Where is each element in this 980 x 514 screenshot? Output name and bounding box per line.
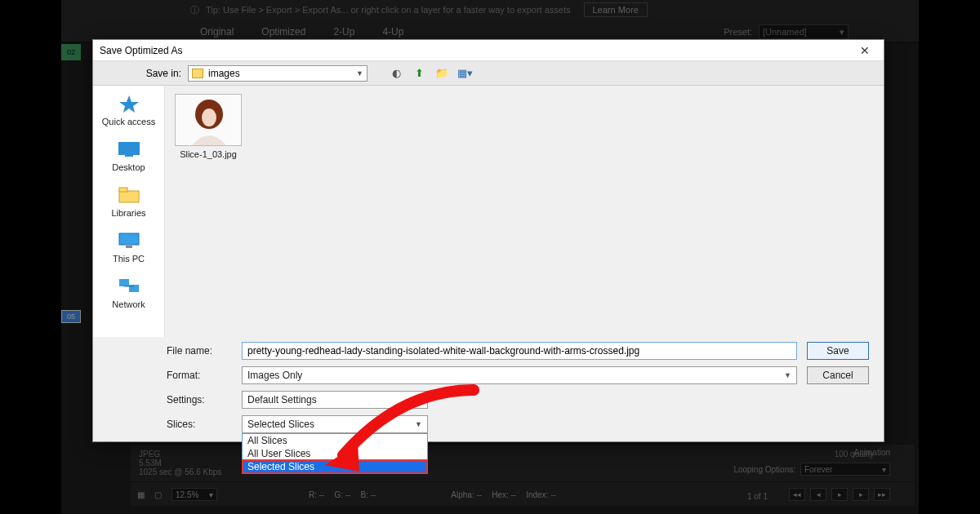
settings-label: Settings: xyxy=(167,394,232,405)
hand-icon[interactable]: ▢ xyxy=(154,490,162,499)
slices-value: Selected Slices xyxy=(247,419,314,430)
tab-2up[interactable]: 2-Up xyxy=(325,23,363,41)
slices-option-selected[interactable]: Selected Slices xyxy=(243,460,427,473)
sidebar-network[interactable]: Network xyxy=(93,273,164,311)
chevron-down-icon: ▾ xyxy=(882,465,886,474)
tab-original[interactable]: Original xyxy=(192,23,242,41)
thumbnail-image xyxy=(175,94,242,146)
svg-marker-0 xyxy=(119,95,139,113)
sidebar-desktop[interactable]: Desktop xyxy=(93,136,164,174)
status-format: JPEG xyxy=(139,450,221,459)
format-dropdown[interactable]: Images Only▼ xyxy=(242,366,797,384)
first-frame-button[interactable]: ◂◂ xyxy=(789,488,805,501)
dialog-titlebar[interactable]: Save Optimized As ✕ xyxy=(93,40,884,61)
zoom-value: 12.5% xyxy=(176,490,198,499)
slices-dropdown[interactable]: Selected Slices▼ xyxy=(242,415,428,433)
slices-label: Slices: xyxy=(167,419,232,430)
status-b: B: -- xyxy=(360,490,376,499)
sidebar-item-label: Desktop xyxy=(112,162,145,172)
status-g: G: -- xyxy=(334,490,350,499)
svg-rect-3 xyxy=(119,191,139,202)
status-time: 1025 sec @ 56.6 Kbps xyxy=(139,467,221,476)
learn-more-button[interactable]: Learn More xyxy=(584,2,648,17)
status-alpha: Alpha: -- xyxy=(451,490,482,499)
sidebar-quick-access[interactable]: Quick access xyxy=(93,91,164,128)
thumbnail-caption: Slice-1_03.jpg xyxy=(180,149,237,159)
svg-rect-2 xyxy=(125,155,133,157)
sidebar-item-label: Quick access xyxy=(102,117,155,126)
status-hex: Hex: -- xyxy=(492,490,516,499)
svg-rect-8 xyxy=(129,285,139,292)
preset-dropdown[interactable]: [Unnamed] ▾ xyxy=(759,24,849,39)
svg-rect-4 xyxy=(119,188,127,192)
photoshop-topbar: ⓘ Tip: Use File > Export > Export As... … xyxy=(61,0,919,42)
zoom-dropdown[interactable]: 12.5%▾ xyxy=(172,488,217,501)
status-index: Index: -- xyxy=(526,490,556,499)
quick-access-icon xyxy=(115,92,143,115)
new-folder-icon[interactable]: 📁 xyxy=(434,66,449,81)
svg-point-12 xyxy=(202,109,216,126)
close-button[interactable]: ✕ xyxy=(853,42,877,59)
format-label: Format: xyxy=(167,370,232,381)
chevron-down-icon: ▼ xyxy=(415,396,422,404)
file-browser-pane[interactable]: Slice-1_03.jpg xyxy=(165,86,884,337)
network-icon xyxy=(115,275,143,298)
format-value: Images Only xyxy=(247,370,302,381)
chevron-down-icon: ▼ xyxy=(356,69,363,78)
save-in-value: images xyxy=(208,68,240,79)
chevron-down-icon: ▾ xyxy=(840,27,844,38)
svg-rect-1 xyxy=(118,142,140,155)
sidebar-item-label: Network xyxy=(112,299,145,309)
view-menu-icon[interactable]: ▦▾ xyxy=(457,66,472,81)
save-in-label: Save in: xyxy=(142,68,181,79)
last-frame-button[interactable]: ▸▸ xyxy=(874,488,890,501)
looping-label: Looping Options: xyxy=(733,465,795,474)
grid-icon[interactable]: ▦ xyxy=(137,490,145,499)
dialog-bottom-form: File name: Save Format: Images Only▼ Can… xyxy=(93,337,884,441)
save-in-row: Save in: images ▼ ◐ ⬆ 📁 ▦▾ xyxy=(93,61,884,86)
frame-pager: 1 of 1 xyxy=(747,492,768,501)
play-button[interactable]: ▸ xyxy=(831,488,848,501)
save-optimized-as-dialog: Save Optimized As ✕ Save in: images ▼ ◐ … xyxy=(92,39,884,442)
places-sidebar: Quick access Desktop Libraries This PC N… xyxy=(93,86,165,337)
tab-4up[interactable]: 4-Up xyxy=(374,23,412,41)
file-thumbnail[interactable]: Slice-1_03.jpg xyxy=(173,94,243,159)
svg-rect-5 xyxy=(119,233,139,245)
back-icon[interactable]: ◐ xyxy=(389,66,403,81)
playback-controls: ◂◂ ◂ ▸ ▸ ▸▸ xyxy=(789,488,890,501)
looping-dropdown[interactable]: Forever ▾ xyxy=(800,463,890,476)
desktop-icon xyxy=(115,138,143,161)
filename-label: File name: xyxy=(167,345,232,357)
slices-option-all-user[interactable]: All User Slices xyxy=(243,447,427,460)
slices-option-all[interactable]: All Slices xyxy=(243,434,427,447)
info-icon: ⓘ xyxy=(190,4,199,16)
slices-dropdown-list: All Slices All User Slices Selected Slic… xyxy=(242,433,428,474)
cancel-button[interactable]: Cancel xyxy=(807,366,869,384)
settings-dropdown[interactable]: Default Settings▼ xyxy=(242,391,428,409)
chevron-down-icon: ▾ xyxy=(209,490,213,499)
sidebar-item-label: Libraries xyxy=(111,208,145,218)
preset-control: Preset: [Unnamed] ▾ xyxy=(724,24,849,39)
slice-badge-05: 05 xyxy=(61,310,81,323)
filename-input[interactable] xyxy=(242,342,797,360)
save-button[interactable]: Save xyxy=(807,342,869,360)
preset-value: [Unnamed] xyxy=(763,27,807,37)
sidebar-this-pc[interactable]: This PC xyxy=(93,228,164,265)
svg-rect-6 xyxy=(126,246,132,248)
folder-icon xyxy=(192,69,203,78)
settings-value: Default Settings xyxy=(247,394,317,405)
this-pc-icon xyxy=(115,229,143,252)
tip-bar: ⓘ Tip: Use File > Export > Export As... … xyxy=(167,0,976,20)
preview-tabs: Original Optimized 2-Up 4-Up xyxy=(192,23,412,41)
chevron-down-icon: ▼ xyxy=(415,420,422,428)
prev-frame-button[interactable]: ◂ xyxy=(810,488,826,501)
status-size: 5.53M xyxy=(139,459,221,467)
status-r: R: -- xyxy=(309,490,324,499)
tab-optimized[interactable]: Optimized xyxy=(253,23,314,41)
animation-label: Animation xyxy=(854,448,890,457)
sidebar-libraries[interactable]: Libraries xyxy=(93,182,164,219)
save-in-dropdown[interactable]: images ▼ xyxy=(188,65,368,82)
next-frame-button[interactable]: ▸ xyxy=(853,488,869,501)
up-folder-icon[interactable]: ⬆ xyxy=(412,66,426,81)
svg-rect-7 xyxy=(119,279,129,286)
